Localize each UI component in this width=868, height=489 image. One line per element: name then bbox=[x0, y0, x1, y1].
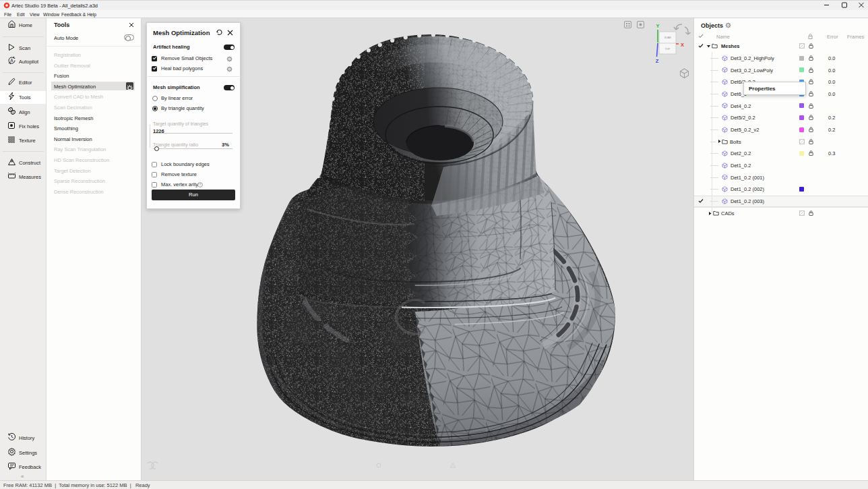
svg-text:BACK: BACK bbox=[664, 36, 671, 39]
svg-text:A: A bbox=[10, 58, 13, 63]
svg-text:TOP: TOP bbox=[665, 48, 671, 51]
svg-text:Y: Y bbox=[656, 23, 659, 29]
svg-text:Z: Z bbox=[656, 58, 659, 64]
svg-text:X: X bbox=[681, 42, 684, 48]
svg-text:?: ? bbox=[199, 183, 202, 187]
